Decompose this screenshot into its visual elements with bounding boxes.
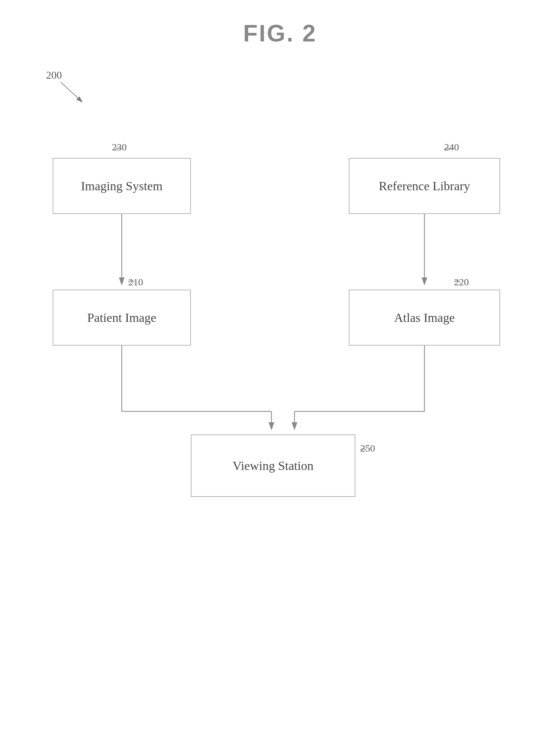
ref-label-240: 240 xyxy=(444,141,459,153)
ref-label-210: 210 xyxy=(128,276,143,287)
reference-library-label: Reference Library xyxy=(379,179,470,193)
ref-label-230: 230 xyxy=(112,141,127,153)
reference-library-box: Reference Library xyxy=(349,158,500,214)
atlas-image-label: Atlas Image xyxy=(394,310,455,325)
viewing-station-label: Viewing Station xyxy=(233,458,314,473)
imaging-system-box: Imaging System xyxy=(53,158,191,214)
imaging-system-label: Imaging System xyxy=(81,179,162,193)
viewing-station-box: Viewing Station xyxy=(191,434,355,497)
diagram-container: FIG. 2 200 Imaging System 230 Reference … xyxy=(0,0,560,755)
ref-label-250: 250 xyxy=(360,443,375,454)
patient-image-box: Patient Image xyxy=(53,290,191,345)
ref-label-220: 220 xyxy=(454,276,469,287)
figure-title: FIG. 2 xyxy=(243,20,317,47)
patient-image-label: Patient Image xyxy=(87,310,156,325)
diagram-arrows xyxy=(0,0,560,755)
ref-label-200: 200 xyxy=(46,69,62,81)
atlas-image-box: Atlas Image xyxy=(349,290,500,345)
svg-line-2 xyxy=(61,82,82,102)
